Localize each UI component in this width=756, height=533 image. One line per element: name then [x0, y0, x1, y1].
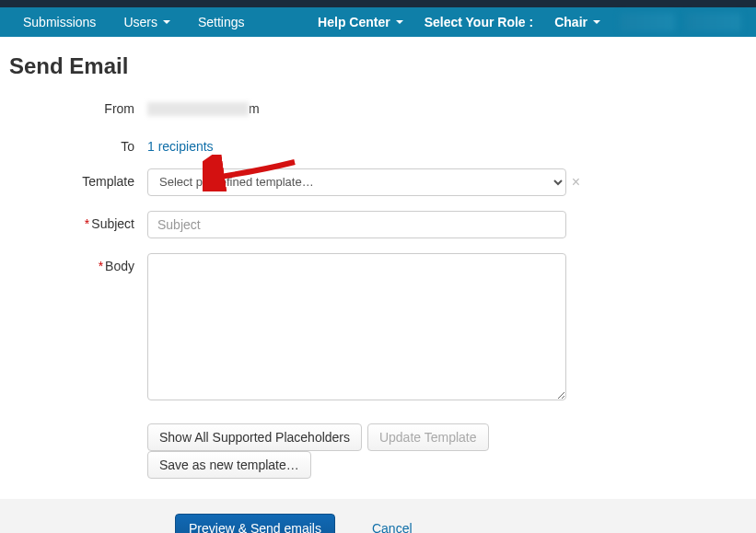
nav-submissions[interactable]: Submissions	[9, 9, 110, 35]
nav-help-center[interactable]: Help Center	[304, 9, 417, 35]
nav-obscured-item-1	[620, 13, 675, 31]
row-subject: *Subject	[9, 211, 747, 238]
save-template-button[interactable]: Save as new template…	[147, 451, 311, 479]
subject-input[interactable]	[147, 211, 566, 238]
required-mark: *	[99, 259, 103, 273]
label-subject-text: Subject	[91, 216, 134, 231]
nav-users-label: Users	[123, 15, 157, 29]
clear-template-icon[interactable]: ×	[572, 174, 580, 191]
from-suffix: m	[249, 101, 260, 116]
nav-role-chair-label: Chair	[554, 15, 587, 29]
row-template: Template Select predefined template… ×	[9, 168, 747, 196]
caret-down-icon	[593, 20, 600, 24]
nav-left: Submissions Users Settings	[9, 9, 259, 35]
nav-right: Help Center Select Your Role : Chair	[304, 9, 747, 35]
label-to: To	[9, 133, 147, 154]
template-button-row: Show All Supported Placeholders Update T…	[147, 423, 580, 479]
show-placeholders-button[interactable]: Show All Supported Placeholders	[147, 423, 362, 451]
row-to: To 1 recipients	[9, 133, 747, 154]
body-textarea[interactable]	[147, 253, 566, 400]
from-value: m	[147, 96, 260, 116]
cancel-link[interactable]: Cancel	[372, 521, 413, 534]
row-from: From m	[9, 96, 747, 119]
footer-bar: Preview & Send emails Cancel	[0, 499, 756, 534]
label-template: Template	[9, 168, 147, 189]
nav-role-chair[interactable]: Chair	[541, 9, 614, 35]
caret-down-icon	[396, 20, 403, 24]
nav-help-center-label: Help Center	[318, 15, 390, 29]
nav-obscured-item-2	[686, 13, 741, 31]
row-body: *Body Show All Supported Placeholders Up…	[9, 253, 747, 479]
nav-users[interactable]: Users	[110, 9, 184, 35]
update-template-button: Update Template	[367, 423, 489, 451]
label-body: *Body	[9, 253, 147, 273]
label-subject: *Subject	[9, 211, 147, 231]
content: Send Email From m To 1 recipients Templa…	[0, 37, 756, 479]
label-from: From	[9, 96, 147, 116]
nav-settings[interactable]: Settings	[184, 9, 259, 35]
preview-send-button[interactable]: Preview & Send emails	[175, 514, 335, 534]
nav-role-label: Select Your Role :	[417, 9, 541, 35]
page-title: Send Email	[9, 53, 747, 79]
label-body-text: Body	[105, 259, 134, 273]
caret-down-icon	[163, 20, 170, 24]
topbar: Submissions Users Settings Help Center S…	[0, 7, 756, 37]
from-obscured	[147, 102, 249, 116]
recipients-link[interactable]: 1 recipients	[147, 133, 214, 154]
required-mark: *	[85, 216, 89, 231]
topbar-accent	[0, 0, 756, 7]
template-select[interactable]: Select predefined template…	[147, 168, 566, 196]
